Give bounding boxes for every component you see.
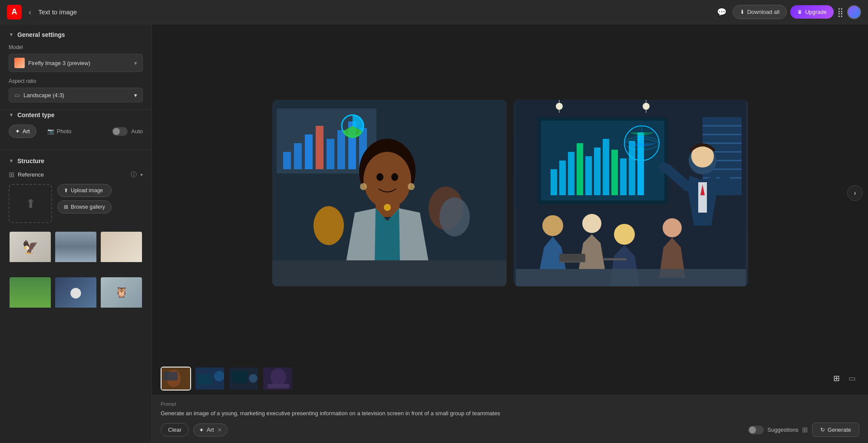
svg-point-19 bbox=[391, 173, 398, 181]
crown-icon: ♛ bbox=[797, 9, 802, 15]
svg-rect-74 bbox=[267, 384, 289, 388]
svg-point-57 bbox=[614, 224, 635, 245]
model-select[interactable]: Firefly Image 3 (preview) ▾ bbox=[9, 54, 143, 72]
photo-icon: 📷 bbox=[47, 128, 54, 135]
thumbnails-row: ⊞ ▭ bbox=[152, 362, 868, 395]
content-type-header[interactable]: ▼ Content type bbox=[9, 112, 143, 118]
svg-rect-41 bbox=[577, 143, 583, 195]
chevron-icon: ▼ bbox=[9, 112, 14, 118]
image-right-svg bbox=[516, 100, 746, 286]
content-type-section: ▼ Content type ✦ Art 📷 Photo Auto bbox=[0, 112, 152, 150]
art-tag-remove[interactable]: ✕ bbox=[218, 427, 222, 433]
art-tag: ✦ Art ✕ bbox=[193, 423, 228, 436]
apps-icon[interactable]: ⣿ bbox=[837, 7, 844, 17]
main-image-right[interactable] bbox=[514, 100, 748, 286]
download-all-button[interactable]: ⬇ Download all bbox=[733, 5, 787, 19]
structure-header[interactable]: ▼ Structure bbox=[9, 158, 143, 164]
model-label: Model bbox=[9, 44, 143, 50]
svg-rect-44 bbox=[603, 139, 609, 195]
general-settings-section: ▼ General settings Model Firefly Image 3… bbox=[0, 31, 152, 110]
prompt-bar: Prompt Generate an image of a young, mar… bbox=[152, 395, 868, 443]
message-icon[interactable]: 💬 bbox=[714, 5, 729, 20]
grid-view-button[interactable]: ⊞ bbox=[830, 372, 843, 385]
reference-icon: ⊞ bbox=[9, 171, 14, 179]
nav-arrow-right[interactable]: › bbox=[847, 185, 863, 201]
art-tag-icon: ✦ bbox=[199, 427, 204, 433]
svg-rect-48 bbox=[637, 132, 644, 195]
svg-point-21 bbox=[408, 183, 415, 190]
back-button[interactable]: ‹ bbox=[27, 7, 33, 18]
auto-label: Auto bbox=[131, 128, 143, 135]
chevron-icon: ▼ bbox=[9, 158, 14, 164]
style-thumb-owl[interactable]: 🦉 bbox=[100, 276, 143, 319]
aspect-ratio-label: Aspect ratio bbox=[9, 78, 143, 84]
upload-row: ⬆ ⬆ Upload image ⊞ Browse gallery bbox=[9, 184, 143, 227]
thumbnail-3[interactable] bbox=[228, 367, 259, 390]
content-type-row: ✦ Art 📷 Photo Auto bbox=[9, 125, 143, 138]
thumbnail-2[interactable] bbox=[195, 367, 225, 390]
suggestions-row: Suggestions ⊞ bbox=[748, 426, 808, 434]
svg-rect-45 bbox=[611, 150, 618, 195]
content-art-button[interactable]: ✦ Art bbox=[9, 125, 36, 138]
svg-rect-61 bbox=[559, 254, 585, 262]
user-avatar[interactable] bbox=[847, 5, 861, 19]
upload-area[interactable]: ⬆ bbox=[9, 184, 52, 223]
svg-point-22 bbox=[384, 204, 391, 211]
general-settings-header[interactable]: ▼ General settings bbox=[9, 31, 143, 38]
generate-icon: ↻ bbox=[820, 427, 825, 433]
svg-rect-62 bbox=[603, 258, 627, 260]
auto-toggle-switch[interactable] bbox=[112, 127, 128, 136]
svg-point-67 bbox=[214, 371, 224, 381]
svg-point-73 bbox=[271, 368, 286, 386]
upload-image-button[interactable]: ⬆ Upload image bbox=[57, 184, 112, 197]
chevron-down-icon: ▾ bbox=[134, 60, 137, 66]
svg-rect-5 bbox=[316, 126, 323, 169]
style-thumb-grass[interactable] bbox=[9, 276, 52, 319]
aspect-ratio-select[interactable]: ▭ Landscape (4:3) ▾ bbox=[9, 88, 143, 102]
structure-section: ▼ Structure ⊞ Reference ⓘ ▾ ⬆ ⬆ Upload i… bbox=[0, 151, 152, 325]
download-icon: ⬇ bbox=[740, 9, 745, 15]
thumbnail-1[interactable] bbox=[161, 367, 191, 390]
browse-gallery-button[interactable]: ⊞ Browse gallery bbox=[57, 200, 112, 213]
topbar-icons: 💬 ⬇ Download all ♛ Upgrade ⣿ bbox=[714, 5, 861, 20]
svg-rect-7 bbox=[337, 130, 345, 169]
style-thumb-road[interactable] bbox=[54, 231, 97, 274]
single-view-button[interactable]: ▭ bbox=[845, 372, 859, 385]
suggestions-label: Suggestions bbox=[767, 427, 799, 433]
svg-point-16 bbox=[439, 197, 470, 236]
style-thumb-sphere[interactable]: ⬤ bbox=[54, 276, 97, 319]
main-layout: ▼ General settings Model Firefly Image 3… bbox=[0, 24, 868, 443]
center-area: › bbox=[152, 24, 868, 443]
svg-rect-65 bbox=[164, 372, 178, 381]
upgrade-button[interactable]: ♛ Upgrade bbox=[790, 5, 834, 19]
svg-rect-68 bbox=[198, 374, 213, 385]
main-image-left[interactable] bbox=[272, 100, 507, 286]
style-thumbnails-grid: 🦅 ⬤ 🦉 bbox=[9, 231, 143, 319]
style-thumb-bird[interactable]: 🦅 bbox=[9, 231, 52, 274]
page-title: Text to image bbox=[38, 8, 77, 16]
content-photo-button[interactable]: 📷 Photo bbox=[41, 125, 78, 138]
clear-button[interactable]: Clear bbox=[161, 423, 189, 436]
image-left-placeholder bbox=[272, 100, 507, 286]
info-icon[interactable]: ⓘ bbox=[131, 171, 137, 179]
svg-rect-3 bbox=[294, 143, 302, 169]
reference-chevron-icon[interactable]: ▾ bbox=[140, 172, 143, 178]
svg-rect-42 bbox=[585, 156, 592, 195]
image-left-svg bbox=[272, 100, 507, 286]
art-icon: ✦ bbox=[15, 128, 20, 135]
suggestions-info-icon[interactable]: ⊞ bbox=[802, 426, 808, 434]
svg-rect-40 bbox=[568, 152, 574, 195]
svg-rect-43 bbox=[594, 148, 601, 195]
style-thumb-room[interactable] bbox=[100, 231, 143, 274]
aspect-ratio-value: Landscape (4:3) bbox=[23, 92, 131, 98]
svg-point-25 bbox=[556, 103, 563, 110]
generate-button[interactable]: ↻ Generate bbox=[812, 423, 859, 437]
thumbnail-4[interactable] bbox=[262, 367, 293, 390]
suggestions-toggle[interactable] bbox=[748, 426, 764, 434]
topbar: A ‹ Text to image 💬 ⬇ Download all ♛ Upg… bbox=[0, 0, 868, 24]
adobe-logo[interactable]: A bbox=[7, 5, 22, 20]
svg-point-56 bbox=[582, 214, 601, 233]
aspect-icon: ▭ bbox=[14, 92, 20, 98]
svg-rect-17 bbox=[272, 260, 507, 286]
svg-point-27 bbox=[643, 103, 650, 110]
